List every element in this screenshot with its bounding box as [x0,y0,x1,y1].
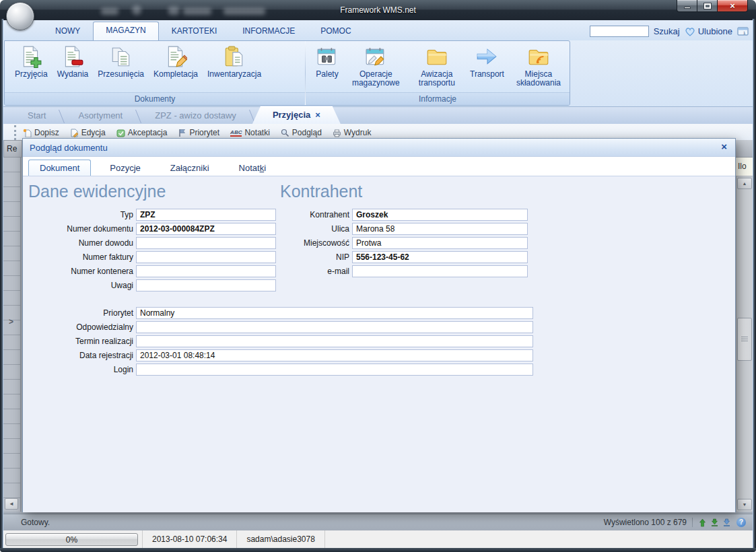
application-orb-button[interactable] [6,2,34,30]
document-tab-przyjecia[interactable]: Przyjęcia× [252,106,341,124]
ribbon-button-przesuniecia[interactable]: Przesunięcia [94,44,147,80]
arrow-right-icon [475,45,498,68]
maximize-button[interactable] [697,0,718,12]
calendar-search-icon [316,45,339,68]
dialog-podglad-dokumentu: Podgląd dokumentu × Dokument Pozycje Zał… [22,138,736,512]
field-input-odpowiedzialny[interactable] [136,321,533,333]
folder-icon [425,45,448,68]
dialog-close-icon[interactable]: × [721,141,727,151]
ribbon-tab-magazyn[interactable]: MAGAZYN [93,22,158,40]
field-input-termin-realizacji[interactable] [136,335,533,347]
field-label-numer-faktury: Numer faktury [28,251,133,263]
ribbon-button-transport[interactable]: Transport [467,44,508,80]
ribbon-tab-informacje[interactable]: INFORMACJE [230,22,308,40]
export-down-blue-icon[interactable] [722,518,731,527]
toolbar-grip[interactable] [14,125,16,140]
heart-icon [685,27,695,36]
close-button[interactable]: × [717,0,748,12]
tab-label: Przyjęcia [273,110,310,120]
dialog-tab-notatki[interactable]: Notatki [228,160,277,176]
grid-status-line: Gotowy. Wyświetlono 100 z 679 ? [3,514,753,530]
grid-row-headers[interactable]: > ◄ [3,158,21,512]
toolbar-label: Wydruk [344,128,372,137]
dialog-tab-dokument[interactable]: Dokument [28,160,91,176]
field-label-numer-kontenera: Numer kontenera [28,265,133,277]
calendar-edit-icon [364,45,387,68]
ribbon-button-kompletacja[interactable]: Kompletacja [150,44,201,80]
tab-close-icon[interactable]: × [315,110,320,120]
dialog-tab-pozycje[interactable]: Pozycje [99,160,151,176]
document-tab-asortyment[interactable]: Asortyment [62,107,139,124]
vertical-scrollbar[interactable]: ▲ ▼ [736,176,753,512]
ribbon-button-label: Operacje magazynowe [348,70,404,88]
document-tab-bar: Start Asortyment ZPZ - awizo dostawy Prz… [3,106,753,124]
dialog-tab-zalaczniki[interactable]: Załączniki [160,160,220,176]
field-input-data-rejestracji[interactable] [136,349,533,361]
ribbon-tab-nowy[interactable]: NOWY [42,22,93,40]
grid-column-header-left: Re [3,140,22,158]
ribbon-button-label: Miejsca składowania [514,70,563,88]
help-icon[interactable]: ? [736,518,746,527]
ribbon-tab-kartoteki[interactable]: KARTOTEKI [159,22,230,40]
status-user: sadam\adasie3078 [237,530,324,548]
titlebar[interactable]: Framework WMS.net [0,0,756,20]
favorites-button[interactable]: Ulubione [685,26,732,36]
document-remove-icon [61,45,84,68]
field-input-priorytet[interactable] [136,307,533,319]
toolbar-button-dopisz[interactable]: Dopisz [23,128,59,137]
field-input-uwagi[interactable] [136,279,276,291]
toolbar-button-notatki[interactable]: ABC Notatki [230,128,270,137]
field-input-ulica[interactable] [352,223,528,235]
ribbon-button-miejsca-skladowania[interactable]: Miejsca składowania [510,44,567,89]
window-list-icon[interactable]: 1 [737,27,749,36]
priority-flag-icon [178,129,186,137]
search-label: Szukaj [654,26,680,36]
dialog-titlebar[interactable]: Podgląd dokumentu × [23,139,735,157]
field-input-login[interactable] [136,364,533,376]
scroll-up-button[interactable]: ▲ [737,178,752,189]
field-label-data-rejestracji: Data rejestracji [28,349,133,361]
toolbar-button-akceptacja[interactable]: Akceptacja [116,128,168,137]
preview-magnifier-icon [281,129,289,137]
scroll-down-button[interactable]: ▼ [737,499,752,510]
grid-status-text: Gotowy. [21,518,50,527]
current-row-marker: > [9,317,13,326]
window-frame-right [753,19,756,548]
document-tab-zpz-awizo-dostawy[interactable]: ZPZ - awizo dostawy [139,107,252,124]
field-label-priorytet: Priorytet [28,307,133,319]
ribbon-button-operacje-magazynowe[interactable]: Operacje magazynowe [345,44,407,89]
export-down-green-icon[interactable] [710,518,719,527]
ribbon-button-label: Palety [316,70,338,79]
field-input-email[interactable] [352,265,528,277]
ribbon-tab-pomoc[interactable]: POMOC [308,22,364,40]
toolbar-button-edycja[interactable]: Edycja [70,128,106,137]
field-label-nip: NIP [255,251,349,263]
hscroll-left-button[interactable]: ◄ [5,498,18,510]
section-heading-dane-ewidencyjne: Dane ewidencyjne [28,182,166,201]
new-document-icon [23,129,32,137]
statusline-separator [692,518,693,527]
tab-label: Załączniki [170,163,209,173]
ribbon-button-label: Kompletacja [153,70,198,79]
toolbar-label: Notatki [244,128,269,137]
field-input-kontrahent[interactable] [352,209,528,221]
refresh-up-icon[interactable] [698,518,707,527]
document-tab-start[interactable]: Start [11,107,62,124]
field-input-miejscowosc[interactable] [352,237,528,249]
ribbon-button-wydania[interactable]: Wydania [54,44,92,80]
search-input[interactable] [590,26,649,37]
toolbar-button-priorytet[interactable]: Priorytet [178,128,219,137]
toolbar-label: Dopisz [34,128,59,137]
ribbon-button-przyjecia[interactable]: Przyjęcia [11,44,51,80]
tab-label: Pozycje [110,163,141,173]
toolbar-button-wydruk[interactable]: Wydruk [333,128,372,137]
minimize-button[interactable] [677,0,697,12]
scrollbar-thumb[interactable] [737,318,752,361]
ribbon-button-palety[interactable]: Palety [312,44,342,80]
toolbar-button-podglad[interactable]: Podgląd [281,128,322,137]
field-input-nip[interactable] [352,251,528,263]
grid-action-icons [698,518,731,527]
ribbon-button-awizacja-transportu[interactable]: Awizacja transportu [410,44,464,89]
ribbon-button-inwentaryzacja[interactable]: Inwentaryzacja [204,44,265,80]
status-timestamp: 2013-08-10 07:06:34 [142,530,237,548]
